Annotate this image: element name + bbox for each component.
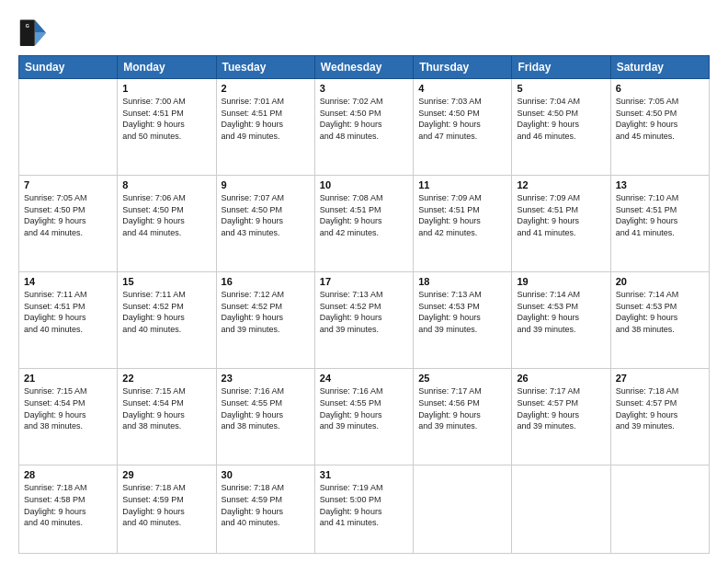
day-number: 12 xyxy=(517,179,605,190)
calendar-cell: 1Sunrise: 7:00 AMSunset: 4:51 PMDaylight… xyxy=(118,79,216,176)
calendar-week-row: 1Sunrise: 7:00 AMSunset: 4:51 PMDaylight… xyxy=(19,79,710,176)
calendar-day-header: Tuesday xyxy=(216,56,314,79)
cell-content: Sunrise: 7:12 AMSunset: 4:52 PMDaylight:… xyxy=(222,289,310,335)
day-number: 7 xyxy=(24,179,112,190)
day-number: 26 xyxy=(517,373,605,384)
page: G SundayMondayTuesdayWednesdayThursdayFr… xyxy=(0,0,728,563)
calendar-table: SundayMondayTuesdayWednesdayThursdayFrid… xyxy=(18,55,710,554)
calendar-cell: 19Sunrise: 7:14 AMSunset: 4:53 PMDayligh… xyxy=(512,272,610,369)
day-number: 27 xyxy=(616,373,704,384)
day-number: 15 xyxy=(122,276,210,287)
day-number: 10 xyxy=(320,179,408,190)
calendar-day-header: Wednesday xyxy=(314,56,413,79)
cell-content: Sunrise: 7:14 AMSunset: 4:53 PMDaylight:… xyxy=(616,289,704,335)
day-number: 5 xyxy=(517,83,605,94)
calendar-day-header: Friday xyxy=(512,56,610,79)
calendar-cell: 2Sunrise: 7:01 AMSunset: 4:51 PMDaylight… xyxy=(216,79,314,176)
day-number: 24 xyxy=(320,373,408,384)
cell-content: Sunrise: 7:18 AMSunset: 4:57 PMDaylight:… xyxy=(616,385,704,431)
calendar-day-header: Monday xyxy=(118,56,216,79)
logo: G xyxy=(18,17,51,46)
cell-content: Sunrise: 7:16 AMSunset: 4:55 PMDaylight:… xyxy=(320,385,408,431)
calendar-cell xyxy=(19,79,118,176)
cell-content: Sunrise: 7:18 AMSunset: 4:58 PMDaylight:… xyxy=(24,482,112,528)
day-number: 6 xyxy=(616,83,704,94)
day-number: 3 xyxy=(320,83,408,94)
calendar-cell: 22Sunrise: 7:15 AMSunset: 4:54 PMDayligh… xyxy=(118,369,216,465)
calendar-cell: 26Sunrise: 7:17 AMSunset: 4:57 PMDayligh… xyxy=(512,369,610,465)
day-number: 29 xyxy=(122,469,210,480)
calendar-cell xyxy=(414,465,512,554)
day-number: 25 xyxy=(418,373,506,384)
calendar-cell: 27Sunrise: 7:18 AMSunset: 4:57 PMDayligh… xyxy=(610,369,709,465)
calendar-cell: 20Sunrise: 7:14 AMSunset: 4:53 PMDayligh… xyxy=(610,272,709,369)
header: G xyxy=(18,17,710,46)
calendar-week-row: 21Sunrise: 7:15 AMSunset: 4:54 PMDayligh… xyxy=(19,369,710,465)
day-number: 30 xyxy=(222,469,310,480)
calendar-cell: 4Sunrise: 7:03 AMSunset: 4:50 PMDaylight… xyxy=(414,79,512,176)
calendar-cell: 31Sunrise: 7:19 AMSunset: 5:00 PMDayligh… xyxy=(314,465,413,554)
calendar-cell: 15Sunrise: 7:11 AMSunset: 4:52 PMDayligh… xyxy=(118,272,216,369)
cell-content: Sunrise: 7:14 AMSunset: 4:53 PMDaylight:… xyxy=(517,289,605,335)
calendar-cell: 25Sunrise: 7:17 AMSunset: 4:56 PMDayligh… xyxy=(414,369,512,465)
day-number: 19 xyxy=(517,276,605,287)
calendar-header-row: SundayMondayTuesdayWednesdayThursdayFrid… xyxy=(19,56,710,79)
cell-content: Sunrise: 7:00 AMSunset: 4:51 PMDaylight:… xyxy=(122,96,210,142)
calendar-cell: 14Sunrise: 7:11 AMSunset: 4:51 PMDayligh… xyxy=(19,272,118,369)
cell-content: Sunrise: 7:15 AMSunset: 4:54 PMDaylight:… xyxy=(122,385,210,431)
calendar-cell: 13Sunrise: 7:10 AMSunset: 4:51 PMDayligh… xyxy=(610,176,709,272)
calendar-day-header: Sunday xyxy=(19,56,118,79)
cell-content: Sunrise: 7:06 AMSunset: 4:50 PMDaylight:… xyxy=(122,192,210,238)
cell-content: Sunrise: 7:17 AMSunset: 4:56 PMDaylight:… xyxy=(418,385,506,431)
day-number: 9 xyxy=(222,179,310,190)
cell-content: Sunrise: 7:09 AMSunset: 4:51 PMDaylight:… xyxy=(517,192,605,238)
calendar-cell xyxy=(610,465,709,554)
svg-text:G: G xyxy=(26,23,29,29)
cell-content: Sunrise: 7:18 AMSunset: 4:59 PMDaylight:… xyxy=(222,482,310,528)
day-number: 21 xyxy=(24,373,112,384)
calendar-cell: 3Sunrise: 7:02 AMSunset: 4:50 PMDaylight… xyxy=(314,79,413,176)
calendar-week-row: 7Sunrise: 7:05 AMSunset: 4:50 PMDaylight… xyxy=(19,176,710,272)
cell-content: Sunrise: 7:09 AMSunset: 4:51 PMDaylight:… xyxy=(418,192,506,238)
day-number: 31 xyxy=(320,469,408,480)
calendar-cell: 28Sunrise: 7:18 AMSunset: 4:58 PMDayligh… xyxy=(19,465,118,554)
svg-marker-1 xyxy=(35,33,46,46)
calendar-cell: 8Sunrise: 7:06 AMSunset: 4:50 PMDaylight… xyxy=(118,176,216,272)
cell-content: Sunrise: 7:11 AMSunset: 4:51 PMDaylight:… xyxy=(24,289,112,335)
calendar-cell: 18Sunrise: 7:13 AMSunset: 4:53 PMDayligh… xyxy=(414,272,512,369)
day-number: 4 xyxy=(418,83,506,94)
day-number: 20 xyxy=(616,276,704,287)
cell-content: Sunrise: 7:10 AMSunset: 4:51 PMDaylight:… xyxy=(616,192,704,238)
calendar-week-row: 28Sunrise: 7:18 AMSunset: 4:58 PMDayligh… xyxy=(19,465,710,554)
day-number: 17 xyxy=(320,276,408,287)
calendar-cell: 24Sunrise: 7:16 AMSunset: 4:55 PMDayligh… xyxy=(314,369,413,465)
calendar-cell: 5Sunrise: 7:04 AMSunset: 4:50 PMDaylight… xyxy=(512,79,610,176)
cell-content: Sunrise: 7:16 AMSunset: 4:55 PMDaylight:… xyxy=(222,385,310,431)
day-number: 1 xyxy=(122,83,210,94)
calendar-cell: 6Sunrise: 7:05 AMSunset: 4:50 PMDaylight… xyxy=(610,79,709,176)
day-number: 16 xyxy=(222,276,310,287)
svg-marker-0 xyxy=(35,20,46,33)
cell-content: Sunrise: 7:05 AMSunset: 4:50 PMDaylight:… xyxy=(24,192,112,238)
cell-content: Sunrise: 7:17 AMSunset: 4:57 PMDaylight:… xyxy=(517,385,605,431)
logo-icon: G xyxy=(18,17,48,46)
day-number: 13 xyxy=(616,179,704,190)
day-number: 22 xyxy=(122,373,210,384)
calendar-cell: 23Sunrise: 7:16 AMSunset: 4:55 PMDayligh… xyxy=(216,369,314,465)
day-number: 18 xyxy=(418,276,506,287)
calendar-day-header: Thursday xyxy=(414,56,512,79)
cell-content: Sunrise: 7:15 AMSunset: 4:54 PMDaylight:… xyxy=(24,385,112,431)
calendar-week-row: 14Sunrise: 7:11 AMSunset: 4:51 PMDayligh… xyxy=(19,272,710,369)
day-number: 14 xyxy=(24,276,112,287)
calendar-day-header: Saturday xyxy=(610,56,709,79)
cell-content: Sunrise: 7:04 AMSunset: 4:50 PMDaylight:… xyxy=(517,96,605,142)
day-number: 8 xyxy=(122,179,210,190)
day-number: 23 xyxy=(222,373,310,384)
calendar-cell: 7Sunrise: 7:05 AMSunset: 4:50 PMDaylight… xyxy=(19,176,118,272)
calendar-cell: 30Sunrise: 7:18 AMSunset: 4:59 PMDayligh… xyxy=(216,465,314,554)
cell-content: Sunrise: 7:05 AMSunset: 4:50 PMDaylight:… xyxy=(616,96,704,142)
cell-content: Sunrise: 7:13 AMSunset: 4:52 PMDaylight:… xyxy=(320,289,408,335)
cell-content: Sunrise: 7:07 AMSunset: 4:50 PMDaylight:… xyxy=(222,192,310,238)
cell-content: Sunrise: 7:11 AMSunset: 4:52 PMDaylight:… xyxy=(122,289,210,335)
day-number: 28 xyxy=(24,469,112,480)
